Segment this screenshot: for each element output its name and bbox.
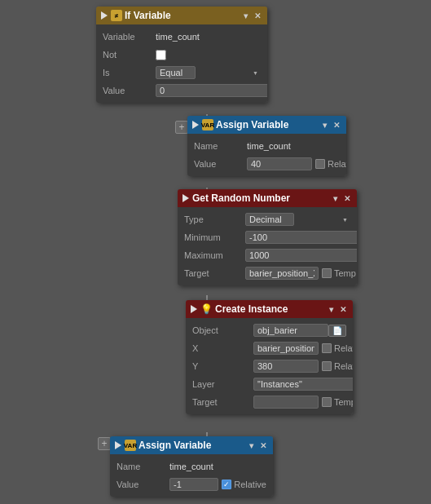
assign2-value-input[interactable]: [169, 478, 218, 491]
assign1-var-icon: VAR: [202, 119, 213, 130]
random-temp-checkbox[interactable]: [322, 268, 332, 278]
random-target-label: Target: [184, 268, 245, 278]
assign1-value-input[interactable]: [247, 157, 312, 170]
assign2-value-label: Value: [117, 480, 169, 489]
create-x-relative-group: Relative: [322, 343, 353, 353]
random-collapse-btn[interactable]: ▾: [330, 193, 340, 203]
assign2-collapse-btn[interactable]: ▾: [246, 440, 256, 450]
plus-icon-2: +: [101, 438, 107, 449]
create-bulb-icon: 💡: [200, 303, 213, 315]
assign2-name-label: Name: [117, 462, 169, 471]
create-object-input[interactable]: [253, 324, 328, 337]
random-max-row: Maximum: [178, 246, 357, 264]
create-close-btn[interactable]: ✕: [338, 304, 348, 314]
not-field-row: Not: [96, 46, 267, 64]
if-variable-collapse-btn[interactable]: ▾: [240, 11, 250, 20]
variable-field-row: Variable time_count: [96, 28, 267, 46]
random-temp-label: Temp: [334, 268, 356, 278]
assign1-name-row: Name time_count: [187, 137, 346, 155]
create-y-input[interactable]: [253, 360, 319, 373]
create-target-row: Target Temp: [186, 393, 353, 411]
create-instance-block: 💡 Create Instance ▾ ✕ Object 📄 X Relativ…: [186, 300, 353, 414]
create-x-row: X Relative: [186, 339, 353, 357]
get-random-title: Get Random Number: [192, 192, 330, 204]
create-target-input[interactable]: [253, 396, 319, 409]
assign2-close-btn[interactable]: ✕: [258, 440, 268, 450]
create-layer-label: Layer: [192, 379, 253, 389]
get-random-header[interactable]: Get Random Number ▾ ✕: [178, 189, 357, 207]
is-select-wrapper: Equal: [156, 66, 261, 79]
if-variable-header[interactable]: ≠ If Variable ▾ ✕: [96, 7, 267, 24]
create-temp-checkbox[interactable]: [322, 397, 332, 407]
variable-label: Variable: [103, 32, 156, 42]
create-object-label: Object: [192, 325, 253, 335]
assign2-name-value: time_count: [169, 462, 266, 471]
random-controls: ▾ ✕: [330, 193, 352, 203]
random-type-select-wrapper: Decimal: [245, 213, 350, 226]
create-y-relative-label: Relative: [334, 361, 353, 371]
collapse-triangle-icon: [101, 11, 108, 20]
create-x-label: X: [192, 343, 253, 353]
if-icon: ≠: [111, 10, 122, 21]
not-checkbox[interactable]: [156, 50, 166, 60]
create-file-btn[interactable]: 📄: [328, 325, 346, 337]
assign-variable-2-block: VAR Assign Variable ▾ ✕ Name time_count …: [110, 436, 273, 497]
assign1-value-label: Value: [194, 159, 247, 169]
create-collapse-triangle-icon: [191, 305, 197, 313]
not-label: Not: [103, 50, 156, 60]
random-type-label: Type: [184, 214, 245, 224]
create-x-relative-checkbox[interactable]: [322, 343, 332, 353]
create-temp-label: Temp: [334, 397, 353, 407]
random-temp-group: Temp: [322, 268, 356, 278]
assign1-name-value: time_count: [247, 141, 340, 151]
create-instance-header[interactable]: 💡 Create Instance ▾ ✕: [186, 300, 353, 318]
if-variable-body: Variable time_count Not Is Equal Value: [96, 24, 267, 103]
assign1-relative-group: Relative: [315, 159, 346, 169]
assign-variable-1-title: Assign Variable: [216, 119, 319, 130]
assign1-name-label: Name: [194, 141, 247, 151]
assign2-relative-label: Relative: [234, 480, 266, 489]
get-random-block: Get Random Number ▾ ✕ Type Decimal Minim…: [178, 189, 357, 285]
add-connector-2[interactable]: +: [98, 437, 111, 450]
random-target-input[interactable]: [245, 267, 319, 280]
assign-variable-2-header[interactable]: VAR Assign Variable ▾ ✕: [110, 436, 273, 454]
assign2-controls: ▾ ✕: [246, 440, 268, 450]
assign2-relative-group: Relative: [222, 480, 266, 489]
assign1-collapse-btn[interactable]: ▾: [319, 120, 329, 130]
assign1-close-btn[interactable]: ✕: [332, 120, 341, 130]
value-input[interactable]: [156, 84, 267, 97]
variable-value: time_count: [156, 32, 261, 42]
create-instance-body: Object 📄 X Relative Y Relative: [186, 318, 353, 414]
create-x-relative-label: Relative: [334, 343, 353, 353]
create-temp-group: Temp: [322, 397, 353, 407]
assign-variable-1-header[interactable]: VAR Assign Variable ▾ ✕: [187, 116, 346, 134]
random-close-btn[interactable]: ✕: [342, 193, 352, 203]
assign1-collapse-triangle-icon: [192, 121, 199, 129]
random-collapse-triangle-icon: [183, 194, 189, 202]
create-collapse-btn[interactable]: ▾: [326, 304, 336, 314]
add-connector-1[interactable]: +: [175, 121, 188, 134]
assign2-collapse-triangle-icon: [115, 441, 121, 449]
create-target-label: Target: [192, 397, 253, 407]
create-object-row: Object 📄: [186, 321, 353, 339]
assign2-relative-checkbox[interactable]: [222, 480, 231, 489]
value-label: Value: [103, 86, 156, 95]
if-variable-block: ≠ If Variable ▾ ✕ Variable time_count No…: [96, 7, 267, 103]
random-min-label: Minimum: [184, 232, 245, 242]
assign-variable-1-body: Name time_count Value Relative: [187, 134, 346, 176]
random-min-input[interactable]: [245, 231, 357, 244]
assign1-relative-checkbox[interactable]: [315, 159, 325, 169]
create-x-input[interactable]: [253, 342, 319, 355]
is-select[interactable]: Equal: [156, 66, 196, 79]
assign2-var-icon: VAR: [125, 440, 136, 451]
create-y-relative-checkbox[interactable]: [322, 361, 332, 371]
random-min-row: Minimum: [178, 228, 357, 246]
plus-icon: +: [178, 122, 184, 133]
random-target-row: Target Temp: [178, 264, 357, 282]
create-layer-input[interactable]: [253, 378, 353, 391]
if-variable-close-btn[interactable]: ✕: [253, 11, 262, 20]
random-type-select[interactable]: Decimal: [245, 213, 294, 226]
create-controls: ▾ ✕: [326, 304, 348, 314]
random-max-input[interactable]: [245, 249, 357, 262]
is-field-row: Is Equal: [96, 64, 267, 82]
